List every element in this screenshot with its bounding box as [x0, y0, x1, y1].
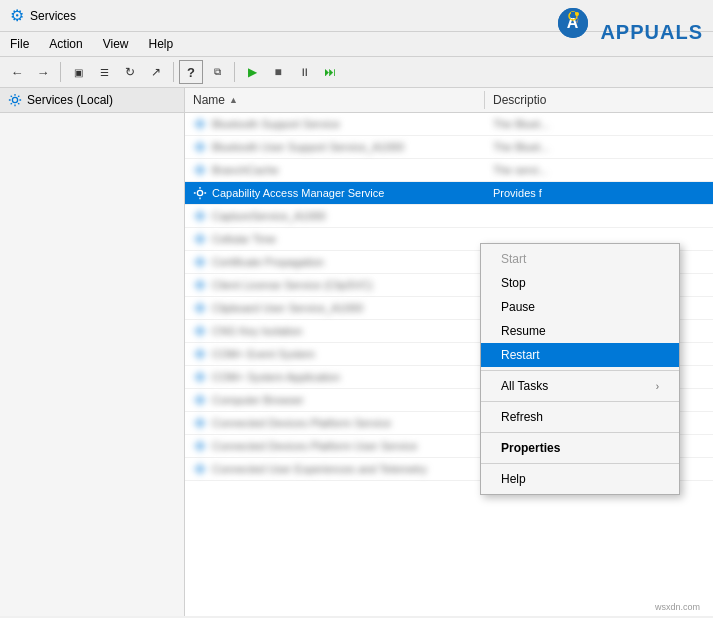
toolbar-sep-2: [173, 62, 174, 82]
ctx-all-tasks[interactable]: All Tasks ›: [481, 374, 679, 398]
service-icon-5: [193, 232, 207, 246]
service-name-12: Computer Browser: [185, 391, 485, 409]
ctx-pause-label: Pause: [501, 300, 535, 314]
svg-point-5: [576, 21, 578, 23]
ctx-resume[interactable]: Resume: [481, 319, 679, 343]
svg-point-8: [197, 144, 202, 149]
svg-point-4: [575, 12, 579, 16]
service-desc-3: Provides f: [485, 185, 713, 201]
ctx-help-label: Help: [501, 472, 526, 486]
step-btn[interactable]: ⏭: [318, 60, 342, 84]
service-name-3: Capability Access Manager Service: [185, 184, 485, 202]
service-desc-4: [485, 214, 713, 218]
svg-point-19: [197, 397, 202, 402]
forward-button[interactable]: →: [31, 60, 55, 84]
service-desc-2: The servi...: [485, 162, 713, 178]
service-name-11: COM+ System Application: [185, 368, 485, 386]
service-name-10: COM+ Event System: [185, 345, 485, 363]
context-menu: Start Stop Pause Resume Restart All Task…: [480, 243, 680, 495]
ctx-start-label: Start: [501, 252, 526, 266]
services-icon: [8, 93, 22, 107]
table-row[interactable]: CaptureService_A1000: [185, 205, 713, 228]
svg-point-22: [197, 466, 202, 471]
service-name-4: CaptureService_A1000: [185, 207, 485, 225]
col-desc-label: Descriptio: [493, 93, 546, 107]
window-view-btn[interactable]: ⧉: [205, 60, 229, 84]
ctx-properties[interactable]: Properties: [481, 436, 679, 460]
service-icon-15: [193, 462, 207, 476]
scope-btn[interactable]: ▣: [66, 60, 90, 84]
play-btn[interactable]: ▶: [240, 60, 264, 84]
service-icon-14: [193, 439, 207, 453]
svg-point-18: [197, 374, 202, 379]
service-icon-11: [193, 370, 207, 384]
service-name-1: Bluetooth User Support Service_A1000: [185, 138, 485, 156]
service-desc-5: [485, 237, 713, 241]
toolbar-sep-1: [60, 62, 61, 82]
ctx-refresh[interactable]: Refresh: [481, 405, 679, 429]
ctx-refresh-label: Refresh: [501, 410, 543, 424]
menu-view[interactable]: View: [93, 34, 139, 54]
svg-point-15: [197, 305, 202, 310]
main-area: Services (Local) Name ▲ Descriptio Bluet…: [0, 88, 713, 616]
ctx-sep-1: [481, 370, 679, 371]
svg-point-17: [197, 351, 202, 356]
svg-rect-3: [571, 12, 575, 18]
table-row[interactable]: Capability Access Manager Service Provid…: [185, 182, 713, 205]
menu-help[interactable]: Help: [139, 34, 184, 54]
back-button[interactable]: ←: [5, 60, 29, 84]
service-icon-10: [193, 347, 207, 361]
svg-point-10: [197, 190, 202, 195]
ctx-sep-4: [481, 463, 679, 464]
column-header: Name ▲ Descriptio: [185, 88, 713, 113]
left-panel: Services (Local): [0, 88, 185, 616]
col-desc-header[interactable]: Descriptio: [485, 91, 713, 109]
export-btn[interactable]: ↗: [144, 60, 168, 84]
ctx-restart[interactable]: Restart: [481, 343, 679, 367]
stop-btn[interactable]: ■: [266, 60, 290, 84]
toolbar-sep-3: [234, 62, 235, 82]
menu-file[interactable]: File: [0, 34, 39, 54]
service-icon-4: [193, 209, 207, 223]
help-toolbar-btn[interactable]: ?: [179, 60, 203, 84]
left-panel-label: Services (Local): [27, 93, 113, 107]
right-panel: Name ▲ Descriptio Bluetooth Support Serv…: [185, 88, 713, 616]
service-name-8: Clipboard User Service_A1000: [185, 299, 485, 317]
menu-action[interactable]: Action: [39, 34, 92, 54]
table-row[interactable]: Bluetooth Support Service The Bluet...: [185, 113, 713, 136]
title-text: Services: [30, 9, 76, 23]
ctx-start[interactable]: Start: [481, 247, 679, 271]
ctx-all-tasks-label: All Tasks: [501, 379, 548, 393]
service-name-9: CNG Key Isolation: [185, 322, 485, 340]
ctx-help[interactable]: Help: [481, 467, 679, 491]
svg-point-11: [197, 213, 202, 218]
svg-point-13: [197, 259, 202, 264]
service-icon-0: [193, 117, 207, 131]
ctx-arrow-icon: ›: [656, 381, 659, 392]
service-icon-8: [193, 301, 207, 315]
service-icon-2: [193, 163, 207, 177]
pause-btn[interactable]: ⏸: [292, 60, 316, 84]
table-row[interactable]: Bluetooth User Support Service_A1000 The…: [185, 136, 713, 159]
ctx-stop[interactable]: Stop: [481, 271, 679, 295]
table-row[interactable]: BranchCache The servi...: [185, 159, 713, 182]
service-icon-9: [193, 324, 207, 338]
watermark-icon: A: [558, 8, 588, 38]
refresh-toolbar-btn[interactable]: ↻: [118, 60, 142, 84]
ctx-stop-label: Stop: [501, 276, 526, 290]
service-name-14: Connected Devices Platform User Service: [185, 437, 485, 455]
service-desc-1: The Bluet...: [485, 139, 713, 155]
svg-point-14: [197, 282, 202, 287]
service-icon-3: [193, 186, 207, 200]
col-name-header[interactable]: Name ▲: [185, 91, 485, 109]
svg-point-7: [197, 121, 202, 126]
wsxdn-badge: wsxdn.com: [652, 601, 703, 613]
svg-point-20: [197, 420, 202, 425]
list-view-btn[interactable]: ☰: [92, 60, 116, 84]
sort-arrow: ▲: [229, 95, 238, 105]
ctx-pause[interactable]: Pause: [481, 295, 679, 319]
svg-point-16: [197, 328, 202, 333]
ctx-sep-2: [481, 401, 679, 402]
svg-point-21: [197, 443, 202, 448]
service-name-5: Cellular Time: [185, 230, 485, 248]
